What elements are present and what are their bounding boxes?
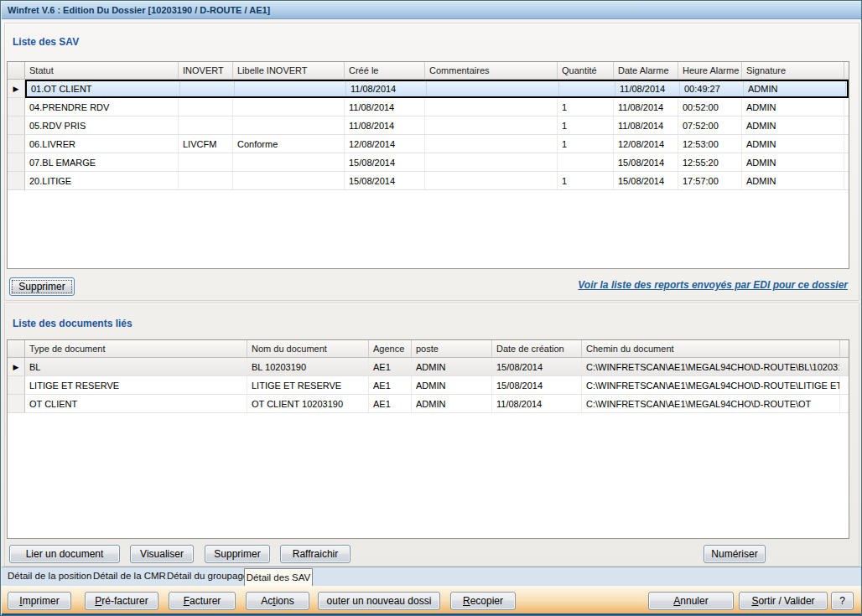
cell[interactable]: C:\WINFRETSCAN\AE1\MEGAL94CHO\D-ROUTE\OT [582,395,840,412]
docs-row[interactable]: OT CLIENTOT CLIENT 10203190AE1ADMIN11/08… [8,395,849,413]
cell[interactable]: 15/08/2014 [614,172,678,189]
exit-validate-button[interactable]: Sortir / Valider [739,592,828,610]
cell[interactable]: ADMIN [412,358,492,375]
column-header[interactable]: Date de création [492,340,582,357]
cell[interactable]: 11/08/2014 [614,98,678,116]
cell[interactable] [233,116,345,134]
cell[interactable]: 1 [558,172,614,189]
cell[interactable]: 15/08/2014 [345,172,425,189]
cell[interactable]: 11/08/2014 [615,81,680,96]
cell[interactable]: ADMIN [412,376,492,394]
sav-row[interactable]: 05.RDV PRIS11/08/2014111/08/201407:52:00… [8,116,849,135]
cell[interactable]: BL 10203190 [247,358,369,375]
cell[interactable]: 11/08/2014 [345,116,425,134]
actions-button[interactable]: Actions [246,592,309,610]
cell[interactable]: ADMIN [744,81,846,96]
cell[interactable] [425,172,558,189]
cell[interactable]: 1 [558,135,614,153]
print-button[interactable]: Imprimer [8,592,71,610]
cell[interactable]: OT CLIENT 10203190 [247,395,369,412]
edi-reports-link[interactable]: Voir la liste des reports envoyés par ED… [578,279,848,291]
cell[interactable]: 07:52:00 [678,116,742,134]
cell[interactable]: BL [25,358,247,375]
cell[interactable]: OT CLIENT [25,395,247,412]
column-header[interactable]: Créé le [345,62,425,79]
docs-row[interactable]: ▶BLBL 10203190AE1ADMIN15/08/2014C:\WINFR… [8,358,849,376]
cell[interactable]: 15/08/2014 [492,358,582,375]
cell[interactable]: ADMIN [742,135,844,153]
cell[interactable]: AE1 [369,376,412,394]
column-header[interactable]: Chemin du document [582,340,840,357]
title-bar[interactable]: Winfret V.6 : Edition Du Dossier [102031… [2,2,861,19]
cell[interactable] [425,135,558,153]
cell[interactable] [558,153,614,171]
cell[interactable] [235,81,346,96]
cell[interactable] [425,153,558,171]
cell[interactable]: 01.OT CLIENT [27,81,180,96]
column-header[interactable]: Date Alarme [614,62,678,79]
column-header[interactable]: Agence [369,340,412,357]
invoice-button[interactable]: Facturer [169,592,236,610]
column-header[interactable]: INOVERT [179,62,233,79]
copy-button[interactable]: Recopier [450,592,516,610]
column-header[interactable]: Heure Alarme [678,62,742,79]
current-row-arrow[interactable]: ▶ [8,80,25,98]
column-header[interactable]: Commentaires [425,62,558,79]
cell[interactable]: LITIGE ET RESERVE [247,376,369,394]
row-selector[interactable] [8,135,25,153]
row-selector[interactable] [8,376,25,395]
cell[interactable]: AE1 [369,395,412,412]
cell[interactable] [233,153,345,171]
tab-detail-sav[interactable]: Détail des SAV [244,568,313,586]
cell[interactable]: ADMIN [742,98,844,116]
link-document-button[interactable]: Lier un document [9,545,120,563]
tab-detail-position[interactable]: Détail de la position [8,571,91,581]
column-header[interactable]: Statut [25,62,179,79]
cell[interactable]: 12/08/2014 [614,135,678,153]
cell[interactable]: 04.PRENDRE RDV [25,98,179,116]
help-button[interactable]: ? [831,592,854,610]
column-header[interactable]: poste [412,340,492,357]
cell[interactable]: 15/08/2014 [345,153,425,171]
sav-row[interactable]: 04.PRENDRE RDV11/08/2014111/08/201400:52… [8,98,849,116]
delete-sav-button[interactable]: Supprimer [9,277,75,296]
cell[interactable] [179,172,233,189]
cell[interactable]: ADMIN [742,116,844,134]
scan-button[interactable]: Numériser [704,545,766,563]
sav-table[interactable]: StatutINOVERTLibelle INOVERTCréé leComme… [7,61,849,269]
cell[interactable]: 17:57:00 [678,172,742,189]
cell[interactable] [233,172,345,189]
cell[interactable] [425,116,558,134]
cell[interactable] [425,98,558,116]
cell[interactable]: LIVCFM [179,135,233,153]
cell[interactable]: 00:49:27 [680,81,744,96]
cell[interactable]: 11/08/2014 [492,395,582,412]
cell[interactable]: 12:55:20 [678,153,742,171]
cell[interactable]: ADMIN [742,153,844,171]
view-document-button[interactable]: Visualiser [130,545,194,563]
cell[interactable] [179,153,233,171]
tab-detail-groupage[interactable]: Détail du groupage [167,571,248,581]
cell[interactable]: 12/08/2014 [345,135,425,153]
sav-row[interactable]: 20.LITIGE15/08/2014115/08/201417:57:00AD… [8,172,849,190]
cell[interactable]: ADMIN [412,395,492,412]
current-row-arrow[interactable]: ▶ [8,358,25,376]
cell[interactable]: ADMIN [742,172,844,189]
sav-row[interactable]: 07.BL EMARGE15/08/201415/08/201412:55:20… [8,153,849,172]
column-header[interactable]: Quantité [558,62,614,79]
cell[interactable] [180,81,235,96]
refresh-button[interactable]: Raffraichir [280,545,351,563]
cell[interactable]: 20.LITIGE [25,172,179,189]
cell[interactable]: 06.LIVRER [25,135,179,153]
column-header[interactable]: Signature [742,62,844,79]
sav-row[interactable]: 06.LIVRERLIVCFMConforme12/08/2014112/08/… [8,135,849,153]
cell[interactable]: LITIGE ET RESERVE [25,376,247,394]
cell[interactable]: 1 [558,98,614,116]
cell[interactable]: C:\WINFRETSCAN\AE1\MEGAL94CHO\D-ROUTE\BL… [582,358,840,375]
pre-invoice-button[interactable]: Pré-facturer [85,592,158,610]
cell[interactable]: 1 [558,116,614,134]
cell[interactable]: 11/08/2014 [346,81,427,96]
cell[interactable]: 11/08/2014 [614,116,678,134]
cell[interactable] [179,116,233,134]
tab-detail-cmr[interactable]: Détail de la CMR [93,571,166,581]
